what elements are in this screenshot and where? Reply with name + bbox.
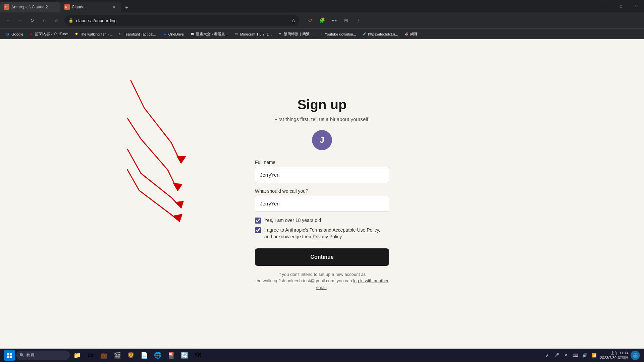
taskbar-search[interactable]: 🔍 搜尋 bbox=[16, 351, 70, 360]
bookmark-minecraft[interactable]: 🎮 Minecraft 1.8.7, 1... bbox=[231, 31, 274, 37]
bookmark-network[interactable]: 💰 網賺 bbox=[401, 31, 420, 37]
age-checkbox[interactable] bbox=[255, 218, 261, 224]
bookmark-onedrive-label: OneDrive bbox=[168, 32, 184, 36]
bookmark-convert[interactable]: 文 繁簡轉換｜簡繁... bbox=[275, 31, 315, 37]
start-button[interactable] bbox=[4, 350, 15, 361]
navigation-bar: ← → ↻ ⌂ ☆ 🔒 claude.ai/onboarding A̲ 🛡 🧩 … bbox=[0, 12, 644, 28]
taskbar-volume-icon[interactable]: 🔊 bbox=[581, 351, 589, 359]
youtube-favicon: ▶ bbox=[29, 32, 34, 37]
translate-icon[interactable]: A̲ bbox=[292, 18, 295, 23]
reading-mode-icon[interactable]: 👓 bbox=[329, 15, 339, 26]
extensions-icon[interactable]: 🧩 bbox=[317, 15, 327, 26]
bookmark-itechdct-label: https://itechdct.n... bbox=[368, 32, 398, 36]
terms-checkbox[interactable] bbox=[255, 227, 261, 233]
new-tab-button[interactable]: + bbox=[122, 3, 131, 12]
bookmark-convert-label: 繁簡轉換｜簡繁... bbox=[284, 32, 313, 37]
bookmark-minecraft-label: Minecraft 1.8.7, 1... bbox=[240, 32, 272, 36]
tab-claude-close[interactable]: ✕ bbox=[111, 4, 117, 10]
bookmark-manhua[interactable]: 📖 漫畫大全 - 看漫畫... bbox=[187, 31, 231, 37]
tab-bar: A Anthropic \ Claude 2 A Claude ✕ + bbox=[0, 0, 131, 12]
forward-button[interactable]: → bbox=[15, 15, 25, 26]
bookmark-network-label: 網賺 bbox=[410, 32, 418, 37]
terms-prefix: I agree to Anthropic's bbox=[264, 227, 310, 233]
bookmark-youtube-dl[interactable]: ↓ Youtube downloa... bbox=[316, 31, 359, 37]
taskbar-app-notes[interactable]: 📄 bbox=[138, 349, 150, 361]
teamfight-favicon: ⬡ bbox=[118, 32, 122, 37]
bottom-text-suffix: . bbox=[327, 285, 328, 290]
nav-icon-group: 🛡 🧩 👓 ⊞ ⋮ bbox=[305, 15, 364, 26]
taskbar-antivirus-icon[interactable]: ✕ bbox=[562, 351, 570, 359]
svg-text:A: A bbox=[5, 6, 6, 8]
terms-link[interactable]: Terms bbox=[310, 227, 322, 233]
taskbar-app-sync[interactable]: 🔄 bbox=[178, 349, 191, 361]
acceptable-use-link[interactable]: Acceptable Use Policy bbox=[332, 227, 379, 233]
google-favicon: G bbox=[5, 32, 10, 37]
bookmark-itechdct[interactable]: 🔗 https://itechdct.n... bbox=[360, 31, 401, 37]
sidebar-icon[interactable]: ⊞ bbox=[341, 15, 352, 26]
menu-icon[interactable]: ⋮ bbox=[353, 15, 364, 26]
svg-marker-2 bbox=[177, 156, 185, 163]
bookmark-button[interactable]: ☆ bbox=[51, 15, 62, 26]
signup-container: Sign up First things first, tell us a bi… bbox=[255, 97, 389, 291]
taskbar-search-icon: 🔍 bbox=[19, 353, 24, 358]
taskbar-app-video[interactable]: 🎬 bbox=[111, 349, 123, 361]
tab-claude-label: Claude bbox=[72, 5, 109, 9]
title-bar: A Anthropic \ Claude 2 A Claude ✕ + — □ … bbox=[0, 0, 644, 12]
address-bar[interactable]: 🔒 claude.ai/onboarding A̲ bbox=[64, 15, 299, 26]
signup-title: Sign up bbox=[298, 97, 347, 112]
svg-rect-8 bbox=[7, 356, 9, 358]
close-button[interactable]: ✕ bbox=[629, 0, 644, 12]
full-name-input[interactable] bbox=[255, 167, 389, 183]
svg-marker-4 bbox=[176, 201, 183, 207]
terms-checkbox-label[interactable]: I agree to Anthropic's Terms and Accepta… bbox=[264, 227, 389, 240]
minimize-button[interactable]: — bbox=[598, 0, 613, 12]
back-button[interactable]: ← bbox=[3, 15, 13, 26]
taskbar-app-maps[interactable]: 🗺 bbox=[192, 349, 204, 361]
nickname-input[interactable] bbox=[255, 196, 389, 212]
age-checkbox-label[interactable]: Yes, I am over 18 years old bbox=[264, 217, 321, 224]
bookmark-youtube-label: 訂閱內容 - YouTube bbox=[35, 32, 68, 37]
manhua-favicon: 📖 bbox=[190, 32, 195, 37]
home-button[interactable]: ⌂ bbox=[39, 15, 50, 26]
url-text[interactable]: claude.ai/onboarding bbox=[76, 18, 289, 23]
avatar: J bbox=[312, 130, 332, 150]
youtube-dl-favicon: ↓ bbox=[319, 32, 323, 37]
bookmark-teamfight-label: Teamfight Tactics:... bbox=[124, 32, 156, 36]
taskbar-network-icon[interactable]: 📶 bbox=[590, 351, 598, 359]
svg-rect-6 bbox=[7, 353, 9, 355]
taskbar-clock[interactable]: 上午 11:14 2023/7/30 星期日 bbox=[600, 351, 629, 360]
taskbar-chevron-icon[interactable]: ∧ bbox=[543, 351, 551, 359]
taskbar-date: 2023/7/30 星期日 bbox=[600, 355, 629, 360]
bookmark-walking-fish-label: The walking fish -... bbox=[80, 32, 112, 36]
bookmarks-bar: G Google ▶ 訂閱內容 - YouTube ⭐ The walking … bbox=[0, 28, 644, 39]
taskbar-app-brave[interactable]: 🦁 bbox=[125, 349, 137, 361]
taskbar-search-label[interactable]: 搜尋 bbox=[26, 353, 35, 358]
bookmark-google[interactable]: G Google bbox=[3, 31, 26, 37]
onedrive-favicon: ☁ bbox=[162, 32, 167, 37]
maximize-button[interactable]: □ bbox=[613, 0, 629, 12]
svg-rect-7 bbox=[10, 353, 12, 355]
bookmark-teamfight[interactable]: ⬡ Teamfight Tactics:... bbox=[115, 31, 159, 37]
taskbar-mic-icon[interactable]: 🎤 bbox=[552, 351, 560, 359]
bookmark-youtube-dl-label: Youtube downloa... bbox=[325, 32, 356, 36]
page-content: Sign up First things first, tell us a bi… bbox=[0, 39, 644, 349]
taskbar-keyboard-icon[interactable]: ⌨ bbox=[571, 351, 579, 359]
privacy-policy-link[interactable]: Privacy Policy bbox=[313, 234, 341, 239]
taskbar-notification-circle[interactable]: 🌐 bbox=[631, 351, 640, 360]
bookmark-youtube[interactable]: ▶ 訂閱內容 - YouTube bbox=[26, 31, 70, 37]
taskbar-app-game[interactable]: 🎴 bbox=[165, 349, 177, 361]
taskbar-system-icons: ∧ 🎤 ✕ ⌨ 🔊 📶 bbox=[543, 351, 598, 359]
bookmark-onedrive[interactable]: ☁ OneDrive bbox=[160, 31, 186, 37]
taskbar-app-explorer[interactable]: 🗂 bbox=[85, 349, 97, 361]
tab-claude[interactable]: A Claude ✕ bbox=[60, 2, 121, 12]
continue-button[interactable]: Continue bbox=[255, 248, 389, 266]
taskbar-app-web[interactable]: 🌐 bbox=[152, 349, 164, 361]
svg-rect-9 bbox=[10, 356, 12, 358]
tab-anthropic-label: Anthropic \ Claude 2 bbox=[11, 5, 56, 9]
brave-shield-icon[interactable]: 🛡 bbox=[305, 15, 315, 26]
tab-anthropic[interactable]: A Anthropic \ Claude 2 bbox=[0, 2, 60, 12]
taskbar-app-files[interactable]: 📁 bbox=[71, 349, 83, 361]
taskbar-app-office[interactable]: 💼 bbox=[98, 349, 110, 361]
reload-button[interactable]: ↻ bbox=[27, 15, 38, 26]
bookmark-walking-fish[interactable]: ⭐ The walking fish -... bbox=[71, 31, 115, 37]
